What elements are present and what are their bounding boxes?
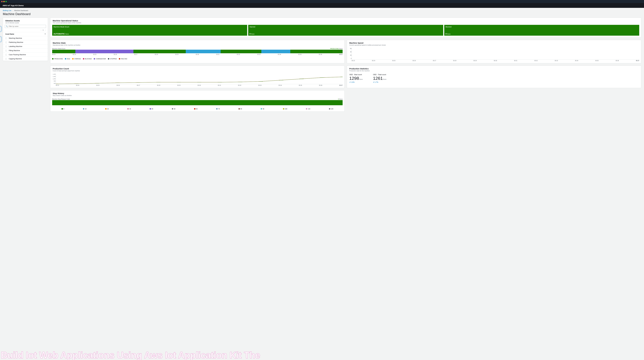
radio-icon[interactable] [5,50,7,51]
mode-card: Machine Mode Enum AUTOMATICNone [52,25,247,36]
starved-label: Starved [250,26,442,28]
svg-point-22 [197,82,202,82]
prod-count-x-ticks: 05:2305:2405:2505:2605:2705:2805:2905:30… [56,85,342,86]
blocked-label: Blocked [446,26,638,28]
stop-legend: 0102030405060708090100110120 [50,107,344,111]
stop-legend-item: 20 [105,108,109,110]
chevron-right-icon: › [12,10,13,11]
stats-title: Production Statistics [349,68,639,70]
stop-legend-item: 110 [306,108,310,110]
stop-title: Stop History [53,92,342,94]
asset-row[interactable]: Capping Machine [3,57,48,61]
app-title: AWS IoT App Kit Demo [2,4,24,6]
maximize-icon[interactable] [6,1,7,2]
stop-legend-item: 50 [172,108,175,110]
stop-legend-item: 100 [283,108,287,110]
asset-row[interactable]: Washing Machine [3,36,48,40]
operational-status-panel: Machine Operational Status The current o… [50,18,641,37]
breadcrumb: Bottling Line › Machine Dashboard [3,10,641,11]
machine-speed-panel: Machine Speed Current operational speed … [347,40,641,63]
speed-x-ticks: 05:2305:2405:2505:2605:2705:2805:2905:30… [352,60,639,61]
breadcrumb-root-link[interactable]: Bottling Line [3,10,11,11]
legend-item: STOPPED [108,58,117,60]
svg-point-16 [74,84,79,84]
stop-legend-item: 90 [261,108,264,110]
asset-table: Asset Name▾ Washing MachinePalletizing M… [3,32,48,61]
prev-page-button[interactable]: ‹ [41,29,41,31]
legend-item: CHANGEOVER [94,58,106,60]
svg-point-25 [258,81,263,82]
stop-history-panel: Stop History Stop reason codes as timeli… [50,90,344,112]
breadcrumb-current: Machine Dashboard [14,10,28,11]
minimize-icon[interactable] [3,1,5,2]
page-number: 1 [43,29,44,31]
state-x-ticks: 05:2305:2405:2505:2605:2705:2805:2905:30… [52,54,342,55]
radio-icon[interactable] [5,58,7,60]
asset-row[interactable]: Palletizing Machine [3,40,48,44]
speed-subtitle: Current operational speed in bottles pro… [349,44,639,46]
production-count-chart: 1,4001,2001,000800600 [56,74,342,84]
legend-item: STARVED [72,58,81,60]
stop-current-value: 0 None [338,98,342,100]
speed-bar-chart: 6040200 [352,48,639,59]
asset-name-column-header[interactable]: Asset Name▾ [3,32,48,36]
production-stats-panel: Production Statistics Production stats f… [347,66,641,88]
radio-icon[interactable] [5,41,7,43]
legend-item: PRODUCING [52,58,63,60]
starved-card: Starved 0None [248,25,443,36]
state-series-label: Machine State Enum [52,48,65,49]
op-status-title: Machine Operational Status [53,19,639,22]
filter-box[interactable]: 🔍 [5,25,46,28]
stats-subtitle: Production stats for the machine [349,70,639,72]
stop-series-label: Machine Stop Reason Code [52,98,70,100]
close-icon[interactable] [1,1,2,2]
oee-bad-delta: ↗ 1.6% [349,81,363,83]
blocked-card: Blocked 0None [444,25,639,36]
legend-item: IDLE [65,58,70,60]
search-icon: 🔍 [6,25,8,27]
stop-legend-item: 120 [329,108,333,110]
legend-item: BLOCKED [83,58,92,60]
svg-point-17 [94,83,99,83]
oee-bad-stat: OEE - Bad count 1298None ↗ 1.6% [349,74,363,83]
machine-state-title: Machine State [53,42,342,44]
prod-count-title: Production Count [53,68,342,70]
stop-subtitle: Stop reason codes as timeline [53,95,342,96]
stop-legend-item: 0 [62,108,64,110]
stop-legend-item: 80 [238,108,242,110]
next-page-button[interactable]: › [45,29,46,31]
radio-icon[interactable] [5,46,7,47]
svg-point-18 [115,83,120,83]
window-titlebar [0,0,644,3]
radio-icon[interactable] [5,37,7,39]
production-count-panel: Production Count Count of total and bad … [50,66,344,88]
stop-legend-item: 30 [128,108,131,110]
asset-row[interactable]: Case Packing Machine [3,53,48,57]
state-legend: PRODUCINGIDLESTARVEDBLOCKEDCHANGEOVERSTO… [50,57,344,61]
svg-point-21 [176,82,181,82]
op-status-subtitle: The current operational status of the ma… [53,22,639,23]
oee-total-stat: OEE - Total count 1261None ↗ 1.7% [373,74,386,83]
svg-point-19 [136,82,140,83]
trend-up-icon: ↗ [349,81,350,83]
stop-legend-item: 60 [194,108,198,110]
sort-icon: ▾ [45,33,46,35]
assets-title: Sitewise Assets [5,19,46,22]
state-current-value: PRODUCING None [330,48,342,49]
asset-row[interactable]: Filling Machine [3,48,48,53]
svg-point-24 [238,82,242,82]
filter-input[interactable] [9,25,45,27]
state-timeline-chart [52,50,342,53]
machine-state-panel: Machine State Operational state of the m… [50,40,344,63]
oee-total-delta: ↗ 1.7% [373,81,386,83]
legend-item: FAULTED [119,58,127,60]
stop-legend-item: 10 [83,108,86,110]
svg-point-20 [156,82,160,82]
mode-label: Machine Mode Enum [54,26,246,28]
stop-legend-item: 70 [216,108,220,110]
svg-point-23 [218,82,222,82]
radio-icon[interactable] [5,54,7,56]
page-title: Machine Dashboard [3,12,641,16]
svg-point-28 [320,77,324,78]
asset-row[interactable]: Labelling Machine [3,44,48,48]
